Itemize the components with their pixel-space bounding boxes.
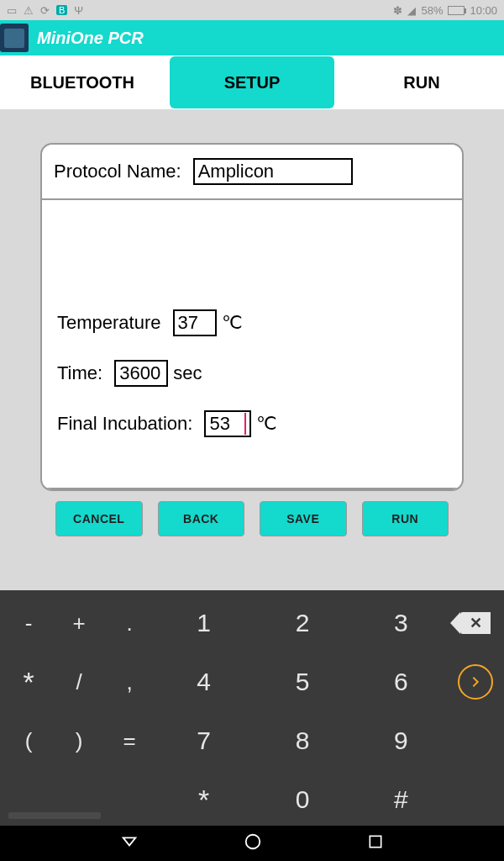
svg-rect-1 [370, 836, 381, 847]
temperature-input[interactable] [173, 309, 217, 336]
key-star[interactable]: * [155, 770, 253, 829]
tab-setup[interactable]: SETUP [170, 56, 334, 108]
status-bar: ▭ ⚠ ⟳ B Ψ ✽ ◢ 58% 10:00 [0, 0, 504, 20]
temperature-label: Temperature [57, 312, 161, 334]
battery-icon [448, 6, 465, 15]
time-label: Time: [57, 362, 102, 384]
battery-label: 58% [421, 4, 443, 17]
temperature-unit: ℃ [222, 312, 243, 334]
key-comma[interactable]: , [104, 652, 155, 711]
backspace-key[interactable]: ✕ [460, 612, 491, 634]
key-plus[interactable]: + [54, 594, 104, 652]
key-asterisk[interactable]: * [3, 652, 54, 711]
triangle-back-icon [120, 832, 139, 851]
save-button[interactable]: SAVE [260, 501, 347, 536]
key-slash[interactable]: / [54, 652, 104, 711]
usb-icon: Ψ [74, 4, 83, 17]
bluetooth-icon: ✽ [393, 4, 402, 17]
final-incubation-unit: ℃ [256, 413, 277, 435]
key-8[interactable]: 8 [253, 711, 351, 770]
key-7[interactable]: 7 [155, 711, 253, 770]
key-4[interactable]: 4 [155, 652, 253, 711]
svg-point-0 [246, 835, 260, 849]
app-title: MiniOne PCR [37, 29, 144, 48]
protocol-name-label: Protocol Name: [54, 161, 181, 182]
protocol-name-input[interactable] [193, 158, 353, 185]
tabs-row: BLUETOOTH SETUP RUN [0, 55, 504, 109]
key-3[interactable]: 3 [352, 594, 450, 652]
sync-icon: ⟳ [40, 4, 50, 17]
final-incubation-input[interactable] [204, 410, 251, 437]
app-header: MiniOne PCR [0, 20, 504, 55]
circle-home-icon [244, 832, 262, 851]
key-lparen[interactable]: ( [3, 711, 54, 770]
time-unit: sec [173, 362, 202, 384]
nav-bar [0, 826, 504, 861]
tab-run[interactable]: RUN [339, 73, 504, 92]
key-rparen[interactable]: ) [54, 711, 104, 770]
app-icon [0, 24, 29, 52]
key-hash[interactable]: # [352, 770, 450, 829]
key-minus[interactable]: - [3, 594, 54, 652]
back-button[interactable]: BACK [158, 501, 245, 536]
spacebar[interactable] [3, 770, 104, 829]
final-incubation-label: Final Incubation: [57, 413, 192, 435]
cancel-button[interactable]: CANCEL [55, 501, 143, 536]
protocol-name-section: Protocol Name: [42, 145, 462, 200]
key-6[interactable]: 6 [352, 652, 450, 711]
run-button[interactable]: RUN [362, 501, 449, 536]
tab-bluetooth[interactable]: BLUETOOTH [0, 73, 165, 92]
chevron-right-icon [469, 675, 482, 689]
key-0[interactable]: 0 [253, 770, 351, 829]
app-notif-icon: B [56, 5, 67, 15]
next-key[interactable] [458, 664, 493, 700]
square-recent-icon [367, 833, 384, 850]
status-icon: ▭ [7, 4, 17, 17]
numeric-keyboard: - + . 1 2 3 ✕ * / , 4 5 6 [0, 590, 504, 829]
key-5[interactable]: 5 [253, 652, 351, 711]
protocol-body: Temperature ℃ Time: sec Final Incubation… [42, 200, 462, 489]
setup-card: Protocol Name: Temperature ℃ Time: sec F… [40, 143, 464, 491]
signal-icon: ◢ [407, 4, 416, 17]
key-1[interactable]: 1 [155, 594, 253, 652]
key-2[interactable]: 2 [253, 594, 351, 652]
key-equals[interactable]: = [104, 711, 155, 770]
nav-home[interactable] [244, 832, 262, 854]
key-9[interactable]: 9 [352, 711, 450, 770]
time-input[interactable] [114, 360, 168, 387]
key-dot[interactable]: . [104, 594, 155, 652]
nav-recent[interactable] [367, 833, 384, 853]
warning-icon: ⚠ [24, 4, 34, 17]
action-buttons: CANCEL BACK SAVE RUN [40, 491, 464, 541]
clock: 10:00 [470, 4, 497, 17]
nav-back[interactable] [120, 832, 139, 854]
